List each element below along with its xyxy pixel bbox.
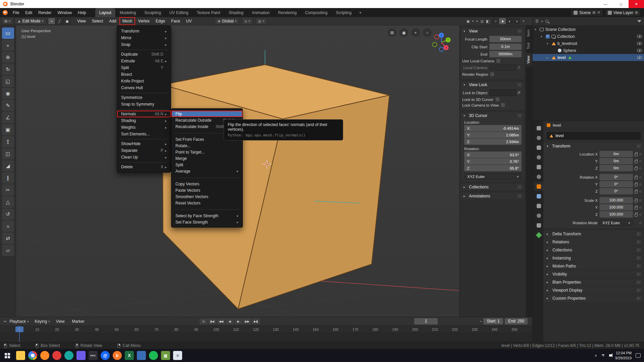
collection-checkbox[interactable] — [546, 35, 550, 39]
mesh-menu-item[interactable]: Extrude Alt E ▸ — [117, 58, 171, 64]
visibility-eye-icon[interactable] — [637, 49, 642, 52]
search-icon[interactable] — [545, 20, 548, 23]
panel-drag-dots[interactable] — [637, 256, 641, 260]
panel-drag-dots[interactable] — [518, 83, 522, 86]
mesh-menu-item[interactable] — [117, 137, 171, 140]
pan-view-icon[interactable]: + — [411, 28, 420, 37]
lock-icon[interactable] — [635, 184, 638, 186]
properties-tab-world[interactable] — [534, 172, 543, 181]
normals-menu-item[interactable]: Point to Target... — [171, 149, 243, 155]
chrome-icon[interactable] — [28, 351, 37, 360]
edge-slide-tool[interactable]: ⇄ — [2, 233, 14, 244]
minimize-button[interactable]: — — [598, 0, 613, 8]
properties-tab-modifiers[interactable] — [534, 192, 543, 200]
annotations-panel-header[interactable]: ▸ Annotations — [461, 192, 524, 200]
timeline-editor-icon[interactable]: ◔ — [3, 319, 5, 323]
firefox-icon[interactable] — [40, 351, 49, 360]
blue-window-app-icon[interactable] — [137, 351, 146, 360]
epic-games-icon[interactable]: EPIC — [89, 351, 98, 360]
smooth-tool[interactable]: ≈ — [2, 221, 14, 232]
file-explorer-icon[interactable] — [16, 351, 25, 360]
transform-value-field[interactable]: 0m — [599, 158, 633, 164]
normals-menu-item[interactable]: Set Face Strength ▸ — [171, 219, 243, 225]
clip-start-field[interactable]: 0.1m — [489, 44, 522, 50]
jump-to-end-button[interactable]: ▶▮ — [252, 318, 260, 324]
mesh-menu-item[interactable]: Delete X ▸ — [117, 164, 171, 170]
filter-icon[interactable] — [637, 20, 641, 22]
knife-tool[interactable]: ✂ — [2, 184, 14, 196]
timeline-tracks[interactable] — [0, 333, 532, 342]
record-button[interactable]: ⊙ — [200, 318, 208, 324]
panel-drag-dots[interactable] — [637, 240, 641, 244]
view-layer-selector[interactable]: View Layer ⊞ — [605, 9, 641, 16]
collections-panel-header[interactable]: ▸ Collections — [461, 183, 524, 191]
panel-drag-dots[interactable] — [637, 144, 641, 148]
mesh-menu-item[interactable]: Separate P ▸ — [117, 147, 171, 154]
scene-selector[interactable]: Scene ⊞ ✕ — [571, 9, 603, 16]
camera-view-icon[interactable]: ◉ — [399, 28, 408, 37]
normals-menu-item[interactable]: Average ▸ — [171, 168, 243, 174]
eyedropper-icon[interactable] — [516, 90, 521, 96]
panel-drag-dots[interactable] — [637, 248, 641, 252]
mesh-menu-item[interactable]: Sort Elements... — [117, 131, 171, 137]
normals-menu-item[interactable]: Select by Face Strength ▸ — [171, 213, 243, 219]
n-panel-tab[interactable]: Item — [526, 27, 532, 39]
outliner-row[interactable]: ▾ Collection — [533, 33, 644, 40]
lock-icon[interactable] — [635, 207, 638, 209]
cursor-location-axis-field[interactable]: Y: 2.085m — [464, 132, 522, 138]
clock[interactable]: 12:04 PM 9/29/2019 — [615, 351, 632, 360]
measure-tool[interactable]: ∠ — [2, 112, 14, 123]
n-panel-tab[interactable]: View — [526, 53, 532, 66]
workspace-tab[interactable]: Shading — [225, 8, 248, 17]
viewport-menu-item[interactable]: Mesh — [119, 17, 135, 25]
app-menu-item[interactable]: Render — [35, 8, 54, 17]
workspace-tab[interactable]: Modeling — [116, 8, 141, 17]
properties-tab-particles[interactable] — [534, 201, 543, 210]
viewport-menu-item[interactable]: UV — [183, 17, 195, 25]
properties-tab-object[interactable] — [534, 182, 543, 191]
cursor-location-axis-field[interactable]: X: -0.4914m — [464, 125, 522, 131]
properties-collapsed-panel[interactable]: ▸ Relations — [543, 238, 644, 246]
lock-icon[interactable] — [635, 191, 638, 193]
mesh-menu-item[interactable]: Weights ▸ — [117, 124, 171, 131]
start-button[interactable] — [0, 349, 15, 362]
rendered-shading-button[interactable]: ◑ — [513, 18, 520, 24]
normals-menu-item[interactable]: Copy Vectors — [171, 181, 243, 187]
app-menu-item[interactable]: File — [10, 8, 22, 17]
properties-tab-output[interactable] — [534, 143, 543, 152]
visibility-eye-icon[interactable] — [637, 42, 642, 45]
render-region-checkbox[interactable] — [490, 72, 494, 76]
edge-select-mode-button[interactable]: ╱ — [56, 18, 63, 24]
viewport-menu-item[interactable]: Edge — [153, 17, 168, 25]
mesh-menu-item[interactable]: Symmetrize — [117, 94, 171, 101]
animate-decorator-icon[interactable] — [639, 183, 641, 185]
normals-menu-item[interactable]: Split — [171, 162, 243, 168]
lock-icon[interactable] — [635, 168, 638, 170]
panel-drag-dots[interactable] — [518, 194, 522, 198]
add-cube-tool[interactable]: ▣ — [2, 124, 14, 135]
outliner-row[interactable]: ▸ level — [533, 54, 644, 61]
show-gizmo-icon[interactable]: + — [476, 19, 478, 23]
cursor-rotation-axis-field[interactable]: Z: 65.8° — [464, 165, 522, 171]
mesh-menu-item[interactable] — [117, 91, 171, 94]
loop-cut-tool[interactable]: ∥ — [2, 172, 14, 184]
timeline-menu-item[interactable]: Playback ▾ — [6, 319, 32, 324]
mesh-menu-item[interactable]: Split Y — [117, 64, 171, 71]
excel-icon[interactable]: X — [125, 351, 134, 360]
panel-drag-dots[interactable] — [518, 114, 522, 117]
spin-tool[interactable]: ↺ — [2, 208, 14, 220]
teal-app-icon[interactable] — [64, 351, 73, 360]
grid-view-icon[interactable]: ⊞ — [388, 28, 396, 37]
properties-collapsed-panel[interactable]: ▸ Blam Properties — [543, 278, 644, 286]
mesh-menu-item[interactable]: Normals Alt N ▸ — [117, 111, 171, 117]
panel-drag-dots[interactable] — [637, 232, 641, 236]
cursor-rotation-axis-field[interactable]: X: 63.5° — [464, 152, 522, 158]
mesh-menu-item[interactable]: Snap ▸ — [117, 41, 171, 48]
prev-keyframe-button[interactable]: ◀◀ — [217, 318, 225, 324]
mesh-menu-item[interactable]: Mirror ▸ — [117, 35, 171, 41]
normals-menu-item[interactable] — [171, 174, 243, 181]
use-local-camera-checkbox[interactable] — [496, 59, 500, 63]
timeline-menu-item[interactable]: Marker — [69, 319, 89, 324]
solid-shading-button[interactable]: ● — [499, 18, 506, 24]
normals-menu-item[interactable]: Smoothen Vectors — [171, 193, 243, 200]
